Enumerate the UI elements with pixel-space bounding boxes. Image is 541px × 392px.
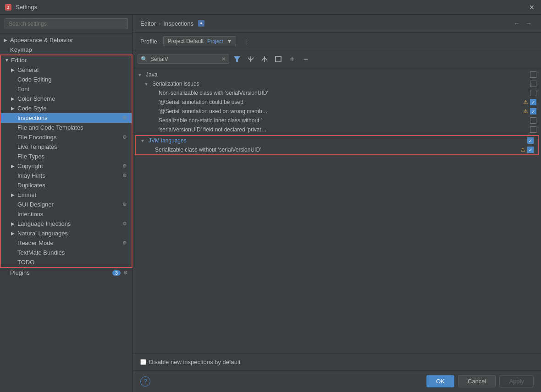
sidebar-item-inspections[interactable]: Inspections ⚙ xyxy=(1,113,132,123)
item-checkbox[interactable]: ✓ xyxy=(527,147,534,153)
apply-button[interactable]: Apply xyxy=(499,375,534,387)
sidebar-item-duplicates[interactable]: Duplicates xyxy=(1,180,132,190)
profile-label: Profile: xyxy=(140,38,159,45)
sidebar-item-label: Appearance & Behavior xyxy=(10,37,129,44)
sidebar-search-input[interactable] xyxy=(5,18,128,29)
breadcrumb-nav: ← → xyxy=(512,18,534,28)
arrow-icon: ▶ xyxy=(11,96,17,101)
sidebar-item-label: Plugins xyxy=(10,269,110,276)
svg-marker-2 xyxy=(234,56,240,62)
cancel-button[interactable]: Cancel xyxy=(458,375,496,387)
sidebar-item-file-code-templates[interactable]: File and Code Templates xyxy=(1,123,132,132)
settings-icon: ⚙ xyxy=(121,115,128,121)
jvm-languages-group[interactable]: ▼ JVM languages ✓ xyxy=(136,136,538,145)
bottom-options: Disable new inspections by default xyxy=(133,354,541,370)
item-label: 'serialVersionUID' field not declared 'p… xyxy=(159,126,528,133)
arrow-icon: ▶ xyxy=(4,38,10,43)
warning-icon: ⚠ xyxy=(520,147,525,153)
item-checkbox[interactable] xyxy=(530,126,536,133)
sidebar-item-label: Keymap xyxy=(10,46,129,53)
non-serializable-item[interactable]: Non-serializable class with 'serialVersi… xyxy=(133,88,541,98)
sidebar-item-label: Editor xyxy=(11,57,128,64)
sidebar-item-plugins[interactable]: Plugins 3 ⚙ xyxy=(0,268,132,278)
help-button[interactable]: ? xyxy=(140,376,150,387)
add-button[interactable]: + xyxy=(286,53,298,65)
jvm-checkbox[interactable]: ✓ xyxy=(527,137,534,144)
nav-forward-button[interactable]: → xyxy=(524,18,534,28)
search-icon: 🔍 xyxy=(141,56,148,62)
sidebar-item-label: Inspections xyxy=(17,114,120,121)
filter-button[interactable] xyxy=(231,53,243,65)
sidebar-item-label: Emmet xyxy=(17,191,128,198)
sidebar-item-label: Code Editing xyxy=(17,76,128,83)
sidebar-item-appearance[interactable]: ▶ Appearance & Behavior xyxy=(0,35,132,45)
java-group[interactable]: ▼ Java xyxy=(133,70,541,79)
profile-value: Project Default xyxy=(167,38,204,44)
remove-button[interactable]: − xyxy=(300,53,312,65)
clear-icon[interactable]: ✕ xyxy=(221,56,226,62)
sidebar-item-label: File and Code Templates xyxy=(17,124,128,131)
square-button[interactable] xyxy=(272,53,284,65)
sidebar-item-file-encodings[interactable]: File Encodings ⚙ xyxy=(1,132,132,142)
sidebar-item-file-types[interactable]: File Types xyxy=(1,152,132,161)
sidebar-item-language-injections[interactable]: ▶ Language Injections ⚙ xyxy=(1,219,132,229)
sidebar-item-color-scheme[interactable]: ▶ Color Scheme xyxy=(1,94,132,103)
disable-new-inspections-checkbox[interactable] xyxy=(140,359,146,365)
nav-back-button[interactable]: ← xyxy=(512,18,522,28)
sidebar-item-editor[interactable]: ▼ Editor xyxy=(1,55,132,65)
title-bar: J Settings ✕ xyxy=(0,0,541,15)
editor-group: ▼ Editor ▶ General Code Editing Font ▶ xyxy=(0,54,132,268)
serialization-issues-group[interactable]: ▼ Serialization issues xyxy=(133,79,541,88)
app-icon: J xyxy=(5,4,12,11)
item-label: Serializable non-static inner class with… xyxy=(159,117,528,124)
java-checkbox[interactable] xyxy=(530,71,536,78)
arrow-icon: ▶ xyxy=(11,221,17,226)
item-label: '@Serial' annotation used on wrong memb… xyxy=(159,108,521,114)
serial-annotation-wrong-item[interactable]: '@Serial' annotation used on wrong memb…… xyxy=(133,107,541,116)
sidebar-item-label: File Encodings xyxy=(17,134,120,141)
sidebar-item-natural-languages[interactable]: ▶ Natural Languages xyxy=(1,229,132,238)
sidebar-item-reader-mode[interactable]: Reader Mode ⚙ xyxy=(1,238,132,248)
collapse-all-button[interactable] xyxy=(259,53,270,65)
sidebar-tree: ▶ Appearance & Behavior Keymap ▼ Editor … xyxy=(0,33,132,392)
ok-button[interactable]: OK xyxy=(426,375,454,387)
sidebar: ▶ Appearance & Behavior Keymap ▼ Editor … xyxy=(0,15,133,392)
sidebar-item-todo[interactable]: TODO xyxy=(1,257,132,267)
sidebar-item-copyright[interactable]: ▶ Copyright ⚙ xyxy=(1,161,132,171)
item-checkbox[interactable] xyxy=(530,117,536,124)
item-checkbox[interactable] xyxy=(530,90,536,96)
plugins-badge: 3 xyxy=(112,270,121,276)
serialization-checkbox[interactable] xyxy=(530,81,536,87)
sidebar-item-code-editing[interactable]: Code Editing xyxy=(1,75,132,84)
disable-new-inspections-option[interactable]: Disable new inspections by default xyxy=(140,359,240,365)
sidebar-item-code-style[interactable]: ▶ Code Style xyxy=(1,103,132,113)
sidebar-item-keymap[interactable]: Keymap xyxy=(0,45,132,54)
sidebar-item-label: Language Injections xyxy=(17,220,120,227)
disable-new-inspections-label: Disable new inspections by default xyxy=(149,359,240,365)
sidebar-item-live-templates[interactable]: Live Templates xyxy=(1,142,132,152)
sidebar-item-intentions[interactable]: Intentions xyxy=(1,209,132,219)
sidebar-item-label: Duplicates xyxy=(17,182,128,189)
serializable-without-svuid-item[interactable]: Serializable class without 'serialVersio… xyxy=(136,145,538,154)
sidebar-item-textmate-bundles[interactable]: TextMate Bundles xyxy=(1,248,132,257)
sidebar-item-label: Color Scheme xyxy=(17,95,128,102)
settings-icon: ⚙ xyxy=(121,163,128,169)
sidebar-item-inlay-hints[interactable]: Inlay Hints ⚙ xyxy=(1,171,132,180)
serializable-non-static-item[interactable]: Serializable non-static inner class with… xyxy=(133,116,541,125)
settings-icon: ⚙ xyxy=(121,134,128,141)
profile-select[interactable]: Project Default Project ▼ xyxy=(163,36,236,46)
sidebar-item-emmet[interactable]: ▶ Emmet xyxy=(1,190,132,200)
serial-field-not-declared-item[interactable]: 'serialVersionUID' field not declared 'p… xyxy=(133,125,541,134)
sidebar-search-area xyxy=(0,15,132,33)
item-checkbox[interactable]: ✓ xyxy=(530,108,536,114)
serial-annotation-item[interactable]: '@Serial' annotation could be used ⚠ ✓ xyxy=(133,98,541,107)
sidebar-item-font[interactable]: Font xyxy=(1,84,132,94)
expand-all-button[interactable] xyxy=(245,53,257,65)
profile-menu-button[interactable]: ⋮ xyxy=(241,36,251,46)
sidebar-item-label: TextMate Bundles xyxy=(17,249,128,256)
item-checkbox[interactable]: ✓ xyxy=(530,99,536,105)
sidebar-item-general[interactable]: ▶ General xyxy=(1,65,132,75)
sidebar-item-gui-designer[interactable]: GUI Designer ⚙ xyxy=(1,200,132,209)
search-input[interactable] xyxy=(150,56,219,62)
close-button[interactable]: ✕ xyxy=(527,3,536,12)
